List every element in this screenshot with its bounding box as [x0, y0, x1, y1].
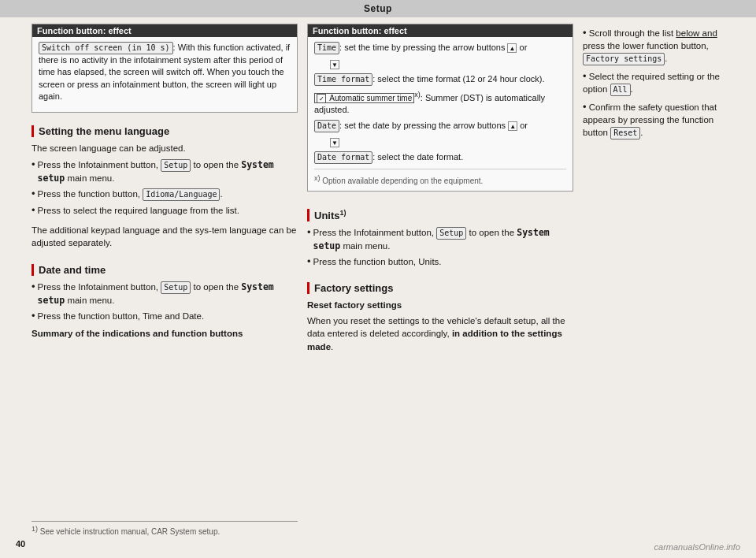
factory-reset-text: When you reset the settings to the vehic…: [307, 314, 573, 352]
section-heading-menu-language: Setting the menu language: [32, 125, 298, 137]
function-box-middle-title: Function button: effect: [308, 24, 573, 37]
switch-off-row: Switch off screen (in 10 s): With this f…: [39, 42, 291, 103]
menu-lang-bullet-3: • Press to select the required language …: [32, 204, 298, 217]
units-bullet-2: • Press the function button, Units.: [307, 255, 573, 268]
main-content: Function button: effect Switch off scree…: [0, 17, 756, 542]
time-format-tag: Time format: [314, 73, 372, 86]
reset-factory-subheading: Reset factory settings: [307, 299, 573, 311]
reset-tag: Reset: [610, 127, 640, 140]
setup-tag-1: Setup: [161, 159, 191, 172]
date-row: Date: set the date by pressing the arrow…: [314, 120, 566, 132]
page-wrapper: Setup Function button: effect Switch off…: [0, 0, 756, 558]
right-bullet-1: • Scroll through the list below and pres…: [583, 27, 740, 65]
time-format-row: Time format: select the time format (12 …: [314, 73, 566, 86]
time-row: Time: set the time by pressing the arrow…: [314, 42, 566, 54]
all-tag: All: [610, 84, 631, 96]
function-box-middle: Function button: effect Time: set the ti…: [307, 24, 573, 192]
function-box-left: Function button: effect Switch off scree…: [32, 24, 298, 113]
factory-settings-tag: Factory settings: [583, 53, 665, 65]
right-bullet-3: • Confirm the safety question that appea…: [583, 101, 740, 140]
column-middle: Function button: effect Time: set the ti…: [307, 24, 573, 536]
time-tag: Time: [314, 42, 339, 54]
footnote-x: x) Option available depending on the equ…: [314, 174, 566, 185]
menu-lang-additional: The additional keypad language and the s…: [32, 224, 298, 249]
date-time-bullet-1: • Press the Infotainment button, Setup t…: [32, 281, 298, 307]
menu-language-intro: The screen language can be adjusted.: [32, 142, 298, 154]
section-heading-factory: Factory settings: [307, 282, 573, 294]
column-right: • Scroll through the list below and pres…: [583, 24, 740, 536]
date-format-row: Date format: select the date format.: [314, 151, 566, 164]
column-left: Function button: effect Switch off scree…: [32, 24, 298, 536]
auto-summer-row: ✓ Automatic summer timex): Summer (DST) …: [314, 90, 566, 116]
units-bullet-1: • Press the Infotainment button, Setup t…: [307, 226, 573, 252]
setup-tag-3: Setup: [436, 227, 466, 240]
footnote-text: 1) See vehicle instruction manual, CAR S…: [32, 527, 220, 536]
footnote-left: 1) See vehicle instruction manual, CAR S…: [32, 521, 298, 536]
watermark: carmanualsOnline.info: [654, 542, 740, 552]
date-time-bullet-2: • Press the function button, Time and Da…: [32, 310, 298, 322]
right-bullet-2: • Select the required setting or the opt…: [583, 70, 740, 96]
function-box-left-title: Function button: effect: [32, 24, 297, 37]
page-number: 40: [16, 539, 25, 549]
page-header: Setup: [0, 0, 756, 17]
header-title: Setup: [364, 3, 392, 14]
summary-heading: Summary of the indications and function …: [32, 327, 298, 340]
section-heading-units: Units1): [307, 209, 573, 221]
menu-lang-bullet-1: • Press the Infotainment button, Setup t…: [32, 158, 298, 184]
idioma-tag: Idioma/Language: [143, 188, 220, 201]
date-tag: Date: [314, 120, 339, 132]
menu-lang-bullet-2: • Press the function button, Idioma/Lang…: [32, 188, 298, 201]
date-format-tag: Date format: [314, 151, 372, 164]
switch-off-tag: Switch off screen (in 10 s): [39, 42, 173, 54]
section-heading-date-time: Date and time: [32, 264, 298, 276]
setup-tag-2: Setup: [161, 281, 191, 294]
